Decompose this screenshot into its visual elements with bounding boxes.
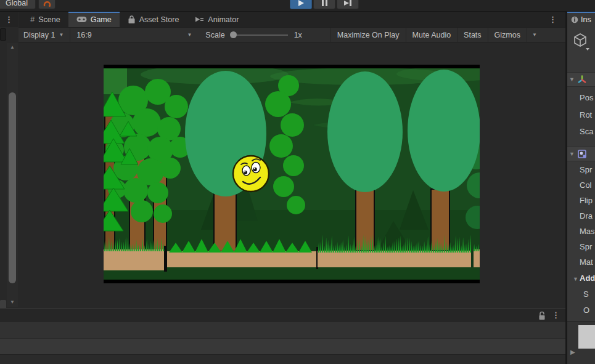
tab-asset-store-label: Asset Store: [139, 15, 179, 24]
inspector-field-sorting-layer: S: [583, 289, 589, 300]
global-label: Global: [6, 0, 28, 7]
tab-inspector-label: Ins: [581, 15, 591, 24]
scale-label: Scale: [205, 31, 224, 39]
inspector-field-scale: Sca: [580, 127, 593, 137]
gizmos-button[interactable]: Gizmos: [488, 28, 527, 42]
unity-editor-window: Global ⋮ # Scene Game: [0, 0, 595, 364]
inspector-field-mask: Mas: [580, 227, 595, 237]
transform-orientation-button[interactable]: Global: [0, 0, 36, 9]
inspector-field-sort-point: Spr: [580, 242, 592, 253]
game-view-toolbar: Display 1 ▼ 16:9 ▼ Scale 1x Maximize On …: [18, 27, 565, 42]
maximize-on-play-button[interactable]: Maximize On Play: [330, 28, 406, 42]
slider-thumb[interactable]: [230, 31, 237, 38]
sprite-renderer-icon: [577, 149, 587, 159]
stats-label: Stats: [464, 31, 482, 39]
left-panel-menu-icon[interactable]: ⋮: [5, 15, 13, 23]
gizmos-dropdown[interactable]: ▼: [527, 28, 542, 42]
pause-button[interactable]: [313, 0, 335, 9]
scrollbar-thumb[interactable]: [9, 92, 16, 283]
inspector-field-flip: Flip: [580, 196, 593, 206]
lock-icon[interactable]: [538, 311, 546, 320]
inspector-field-rotation: Rot: [580, 110, 592, 121]
tab-game[interactable]: Game: [68, 12, 120, 27]
transform-icon: [577, 75, 587, 84]
inspector-field-sprite: Spr: [580, 165, 592, 176]
chevron-down-icon: ▼: [187, 32, 192, 38]
left-panel-tab-strip: ⋮: [0, 12, 18, 27]
left-panel-edge-box: [0, 28, 6, 41]
snap-settings-button[interactable]: [38, 0, 55, 9]
scale-value: 1x: [294, 31, 302, 39]
main-toolbar: Global: [0, 0, 595, 12]
tab-scene-label: Scene: [38, 15, 60, 24]
game-panel-menu-icon[interactable]: ⋮: [549, 15, 557, 23]
scale-slider[interactable]: [230, 31, 289, 39]
inspector-field-draw-mode: Dra: [580, 211, 593, 222]
tab-animator[interactable]: Animator: [187, 12, 247, 27]
player-smiley: [233, 156, 269, 192]
center-panel-tab-strip: # Scene Game Asset Store Animator ⋮: [18, 12, 565, 27]
gameobject-cube-icon[interactable]: [572, 32, 591, 52]
bottom-panel-header: ⋮: [0, 308, 565, 322]
bag-icon: [128, 15, 136, 24]
gizmos-label: Gizmos: [494, 31, 520, 39]
game-scene: [104, 68, 480, 280]
play-button[interactable]: [290, 0, 312, 9]
transform-component-header[interactable]: ▼: [567, 72, 595, 87]
scale-control: Scale 1x: [198, 28, 308, 42]
aspect-ratio-dropdown[interactable]: 16:9 ▼: [70, 28, 198, 42]
scroll-down-icon[interactable]: ▼: [7, 298, 18, 307]
bottom-panel-breadcrumb-row: [0, 338, 565, 354]
chevron-down-icon: ▼: [59, 32, 64, 38]
tab-animator-label: Animator: [208, 15, 239, 24]
scroll-up-icon[interactable]: ▲: [7, 43, 18, 52]
display-dropdown[interactable]: Display 1 ▼: [18, 28, 70, 42]
info-icon: [571, 16, 578, 23]
bottom-panel-footer: [0, 354, 565, 364]
additional-settings-foldout-icon[interactable]: ▼: [573, 276, 578, 282]
aspect-label: 16:9: [76, 31, 91, 39]
tab-game-label: Game: [91, 15, 112, 24]
grid-icon: #: [30, 15, 35, 24]
sprite-renderer-component-header[interactable]: ▼: [567, 147, 595, 161]
preview-foldout-icon[interactable]: ▶: [570, 349, 575, 355]
step-button[interactable]: [337, 0, 359, 9]
chevron-down-icon: ▼: [532, 32, 537, 38]
foldout-icon[interactable]: ▼: [569, 151, 575, 157]
inspector-field-color: Col: [580, 180, 592, 191]
inspector-tab-strip: Ins: [567, 12, 595, 27]
material-preview-swatch[interactable]: [578, 325, 595, 349]
animator-icon: [195, 15, 204, 23]
stats-button[interactable]: Stats: [457, 28, 488, 42]
gamepad-icon: [76, 16, 87, 23]
play-icon: [298, 0, 304, 6]
inspector-field-material: Mat: [580, 257, 593, 268]
slider-track: [235, 34, 288, 36]
step-icon: [344, 0, 351, 6]
foldout-icon[interactable]: ▼: [569, 76, 575, 83]
inspector-field-order-in-layer: O: [583, 305, 589, 316]
tab-scene[interactable]: # Scene: [22, 12, 68, 27]
tab-inspector[interactable]: Ins: [567, 12, 595, 27]
tab-asset-store[interactable]: Asset Store: [120, 12, 187, 27]
display-label: Display 1: [23, 31, 55, 39]
mute-audio-button[interactable]: Mute Audio: [406, 28, 458, 42]
maximize-label: Maximize On Play: [337, 31, 400, 39]
snap-icon: [43, 0, 52, 7]
pause-icon: [322, 0, 327, 6]
inspector-field-position: Pos: [580, 93, 593, 103]
bottom-panel-menu-icon[interactable]: ⋮: [552, 311, 560, 319]
inspector-additional-settings[interactable]: Add: [580, 273, 595, 284]
mute-label: Mute Audio: [412, 31, 451, 39]
game-viewport[interactable]: [104, 65, 480, 283]
bottom-panel-toolbar: ★ 17: [0, 322, 565, 338]
